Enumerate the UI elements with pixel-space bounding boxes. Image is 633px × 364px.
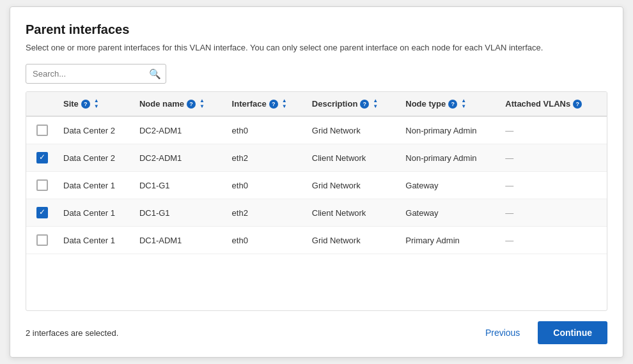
th-checkbox [26,92,58,116]
node-type-cell-1: Non-primary Admin [400,144,500,172]
node-type-cell-4: Primary Admin [400,227,500,254]
th-description: Description ? ▲ ▼ [307,92,400,116]
description-cell-0: Grid Network [307,116,400,144]
row-checkbox-3[interactable] [36,207,48,218]
th-node-type-label: Node type [405,99,446,109]
site-cell-1: Data Center 2 [58,144,134,172]
site-cell-2: Data Center 1 [58,172,134,199]
row-checkbox-1[interactable] [36,152,48,163]
th-node-type: Node type ? ▲ ▼ [400,92,500,116]
site-cell-3: Data Center 1 [58,199,134,227]
attached-vlans-cell-2: — [500,172,607,199]
node-name-help-icon[interactable]: ? [187,100,196,109]
attached-vlans-cell-4: — [500,227,607,254]
interface-cell-4: eth0 [227,227,307,254]
interface-cell-2: eth0 [227,172,307,199]
attached-vlans-cell-1: — [500,144,607,172]
th-node-name: Node name ? ▲ ▼ [134,92,227,116]
interface-cell-3: eth2 [227,199,307,227]
site-cell-0: Data Center 2 [58,116,134,144]
footer: 2 interfaces are selected. Previous Cont… [26,321,607,344]
th-interface-label: Interface [232,99,267,109]
row-checkbox-2[interactable] [36,179,48,191]
interfaces-table-wrapper: Site ? ▲ ▼ Node name ? [26,91,607,311]
node-name-cell-1: DC2-ADM1 [134,144,227,172]
interface-sort-icons[interactable]: ▲ ▼ [282,98,287,109]
footer-buttons: Previous Continue [478,321,607,344]
node-name-cell-4: DC1-ADM1 [134,227,227,254]
table-row: Data Center 1DC1-ADM1eth0Grid NetworkPri… [26,227,607,254]
interface-cell-1: eth2 [227,144,307,172]
attached-vlans-cell-3: — [500,199,607,227]
interface-help-icon[interactable]: ? [269,100,278,109]
table-body: Data Center 2DC2-ADM1eth0Grid NetworkNon… [26,116,607,254]
description-cell-4: Grid Network [307,227,400,254]
description-help-icon[interactable]: ? [360,100,369,109]
node-name-sort-icons[interactable]: ▲ ▼ [199,98,205,109]
description-cell-1: Client Network [307,144,400,172]
search-input[interactable] [26,64,166,84]
th-site: Site ? ▲ ▼ [58,92,134,116]
node-name-cell-2: DC1-G1 [134,172,227,199]
selected-count: 2 interfaces are selected. [26,328,118,338]
table-header-row: Site ? ▲ ▼ Node name ? [26,92,607,116]
node-type-cell-3: Gateway [400,199,500,227]
table-row: Data Center 1DC1-G1eth0Grid NetworkGatew… [26,172,607,199]
node-type-help-icon[interactable]: ? [448,100,457,109]
node-name-cell-3: DC1-G1 [134,199,227,227]
checkbox-cell-3 [26,199,58,227]
site-cell-4: Data Center 1 [58,227,134,254]
previous-button[interactable]: Previous [478,322,528,343]
attached-vlans-cell-0: — [500,116,607,144]
modal-subtitle: Select one or more parent interfaces for… [26,42,607,54]
description-cell-2: Grid Network [307,172,400,199]
node-name-cell-0: DC2-ADM1 [134,116,227,144]
attached-vlans-help-icon[interactable]: ? [573,100,582,109]
table-row: Data Center 2DC2-ADM1eth2Client NetworkN… [26,144,607,172]
table-row: Data Center 1DC1-G1eth2Client NetworkGat… [26,199,607,227]
node-type-cell-0: Non-primary Admin [400,116,500,144]
checkbox-cell-2 [26,172,58,199]
interfaces-table: Site ? ▲ ▼ Node name ? [26,92,607,254]
checkbox-cell-0 [26,116,58,144]
table-row: Data Center 2DC2-ADM1eth0Grid NetworkNon… [26,116,607,144]
checkbox-cell-4 [26,227,58,254]
site-help-icon[interactable]: ? [81,100,90,109]
modal-title: Parent interfaces [26,22,607,37]
checkbox-cell-1 [26,144,58,172]
th-attached-vlans: Attached VLANs ? [500,92,607,116]
search-icon[interactable]: 🔍 [149,68,161,80]
description-sort-icons[interactable]: ▲ ▼ [373,98,378,109]
row-checkbox-4[interactable] [36,234,48,246]
continue-button[interactable]: Continue [538,321,607,344]
description-cell-3: Client Network [307,199,400,227]
th-site-label: Site [63,99,79,109]
th-description-label: Description [312,99,358,109]
row-checkbox-0[interactable] [36,125,48,136]
th-attached-vlans-label: Attached VLANs [505,99,570,109]
th-interface: Interface ? ▲ ▼ [227,92,307,116]
node-type-cell-2: Gateway [400,172,500,199]
interface-cell-0: eth0 [227,116,307,144]
th-node-name-label: Node name [139,99,184,109]
node-type-sort-icons[interactable]: ▲ ▼ [461,98,466,109]
parent-interfaces-modal: Parent interfaces Select one or more par… [10,6,623,358]
search-container: 🔍 [26,64,166,84]
site-sort-icons[interactable]: ▲ ▼ [94,98,99,109]
